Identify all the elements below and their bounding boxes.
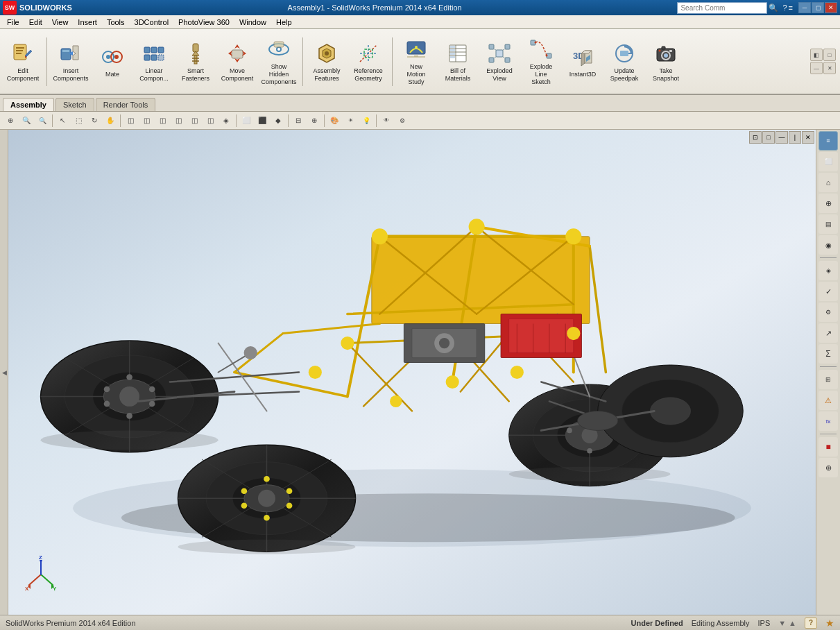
front-view-btn[interactable]: ◫ (123, 113, 138, 128)
settings-icon[interactable]: ≡ (789, 3, 793, 12)
scale-plus[interactable]: ▲ (789, 619, 796, 627)
help-icon[interactable]: ? (782, 3, 787, 12)
explode-line-sketch-label: ExplodeLineSketch (530, 63, 553, 85)
viewport-max-btn[interactable]: □ (762, 131, 775, 144)
menu-3dcontrol[interactable]: 3DControl (130, 17, 173, 28)
section-view-btn[interactable]: ⊟ (291, 113, 306, 128)
zoom-out-btn[interactable]: 🔍 (35, 113, 50, 128)
rp-arrow-btn[interactable]: ↗ (818, 323, 838, 343)
select-btn[interactable]: ↖ (55, 113, 70, 128)
menu-photoview[interactable]: PhotoView 360 (174, 17, 234, 28)
instant3d-label: Instant3D (569, 71, 597, 78)
svg-rect-14 (151, 55, 157, 60)
main-toolbar: EditComponent InsertComponents Mate (0, 29, 840, 95)
menu-tools[interactable]: Tools (103, 17, 129, 28)
instant3d-btn[interactable]: 3D Instant3D (563, 34, 603, 90)
smart-fasteners-btn[interactable]: SmartFasteners (175, 34, 216, 90)
render-tools-btn[interactable]: 🎨 (327, 113, 342, 128)
edit-component-btn[interactable]: EditComponent (3, 34, 43, 90)
zoom-to-fit-btn[interactable]: ⊕ (3, 113, 18, 128)
left-view-btn[interactable]: ◫ (155, 113, 170, 128)
hide-show-btn[interactable]: 👁 (379, 113, 394, 128)
bill-of-materials-btn[interactable]: Bill ofMaterials (438, 34, 478, 90)
take-snapshot-btn[interactable]: TakeSnapshot (646, 34, 686, 90)
left-panel-toggle[interactable]: ◀ (0, 130, 8, 615)
tab-sketch[interactable]: Sketch (55, 98, 94, 111)
show-hidden-icon (266, 37, 291, 62)
top-view-btn[interactable]: ◫ (187, 113, 202, 128)
toolbar-right-btn1[interactable]: ◧ (810, 49, 823, 61)
menu-insert[interactable]: Insert (74, 17, 101, 28)
rotate-btn[interactable]: ↻ (87, 113, 102, 128)
right-view-btn[interactable]: ◫ (171, 113, 186, 128)
toolbar-right-btn2[interactable]: □ (823, 49, 836, 61)
rp-globe-btn[interactable]: ⊛ (818, 458, 838, 477)
3d-viewport[interactable]: X Y Z ⊡ □ — | ✕ (8, 130, 816, 615)
insert-components-btn[interactable]: InsertComponents (51, 34, 91, 90)
shaded-btn[interactable]: ⬛ (255, 113, 270, 128)
tab-render-tools[interactable]: Render Tools (96, 98, 156, 111)
linear-component-btn[interactable]: LinearCompon... (134, 34, 174, 90)
viewport-toggle-btn[interactable]: ⊡ (749, 131, 762, 144)
rp-fx-btn[interactable]: fx (818, 411, 838, 431)
menu-edit[interactable]: Edit (25, 17, 46, 28)
viewport-split-v-btn[interactable]: | (789, 131, 801, 144)
new-motion-study-btn[interactable]: NewMotionStudy (396, 34, 436, 90)
rp-sigma-btn[interactable]: Σ (818, 344, 838, 364)
menu-help[interactable]: Help (272, 17, 296, 28)
minimize-btn[interactable]: ─ (798, 2, 811, 13)
rp-view3d-btn[interactable]: ◉ (818, 235, 838, 255)
search-input[interactable] (677, 2, 767, 14)
menu-view[interactable]: View (48, 17, 73, 28)
scale-minus[interactable]: ▼ (778, 619, 786, 627)
assembly-features-btn[interactable]: AssemblyFeatures (307, 34, 347, 90)
show-hidden-btn[interactable]: ShowHiddenComponents (259, 34, 299, 90)
menu-file[interactable]: File (3, 17, 24, 28)
box-select-btn[interactable]: ⬚ (71, 113, 86, 128)
svg-rect-58 (620, 51, 628, 56)
svg-line-170 (41, 574, 53, 585)
wireframe-btn[interactable]: ⬜ (239, 113, 254, 128)
menu-window[interactable]: Window (235, 17, 271, 28)
search-btn[interactable]: 🔍 (769, 3, 778, 12)
close-btn[interactable]: ✕ (825, 2, 837, 13)
bottom-view-btn[interactable]: ◫ (203, 113, 218, 128)
rp-chart-btn[interactable]: ▤ (818, 214, 838, 234)
rp-red-sq[interactable]: ■ (818, 437, 838, 457)
iso-view-btn[interactable]: ◈ (218, 113, 234, 128)
reference-geometry-label: ReferenceGeometry (354, 67, 383, 83)
back-view-btn[interactable]: ◫ (139, 113, 154, 128)
scene-btn[interactable]: ☀ (343, 113, 358, 128)
viewport-split-h-btn[interactable]: — (775, 131, 788, 144)
view-sep2 (120, 114, 121, 127)
rp-house-btn[interactable]: ⌂ (818, 173, 838, 192)
reference-geometry-btn[interactable]: ReferenceGeometry (348, 34, 388, 90)
view-orient-btn[interactable]: ⊕ (307, 113, 322, 128)
rp-zoom-btn[interactable]: ⊕ (818, 194, 838, 213)
view-sep4 (288, 114, 289, 127)
viewport-close-btn[interactable]: ✕ (802, 131, 814, 144)
move-component-btn[interactable]: MoveComponent (217, 34, 257, 90)
mate-btn[interactable]: Mate (92, 34, 132, 90)
rp-cube-btn[interactable]: ◈ (818, 261, 838, 280)
edit-component-label: EditComponent (7, 67, 40, 83)
toolbar-right-btn4[interactable]: ✕ (823, 62, 836, 74)
lights-btn[interactable]: 💡 (359, 113, 374, 128)
rp-part-btn[interactable]: ⬜ (818, 152, 838, 171)
help-btn[interactable]: ? (805, 618, 817, 629)
exploded-view-btn[interactable]: ExplodedView (479, 34, 520, 90)
rp-filter-btn[interactable]: ≡ (818, 131, 838, 151)
toolbar-right-btn3[interactable]: — (810, 62, 823, 74)
rp-layer-btn[interactable]: ⊞ (818, 370, 838, 389)
shaded-edges-btn[interactable]: ◆ (271, 113, 286, 128)
restore-btn[interactable]: ◻ (812, 2, 824, 13)
rp-tool-btn[interactable]: ⚙ (818, 303, 838, 322)
rp-check-btn[interactable]: ✓ (818, 282, 838, 301)
explode-line-sketch-btn[interactable]: ExplodeLineSketch (521, 34, 561, 90)
rp-warn-btn[interactable]: ⚠ (818, 391, 838, 410)
view-settings-btn[interactable]: ⚙ (395, 113, 410, 128)
pan-btn[interactable]: ✋ (103, 113, 118, 128)
tab-assembly[interactable]: Assembly (3, 98, 54, 111)
update-speedpak-btn[interactable]: UpdateSpeedpak (604, 34, 644, 90)
zoom-in-btn[interactable]: 🔍 (19, 113, 34, 128)
